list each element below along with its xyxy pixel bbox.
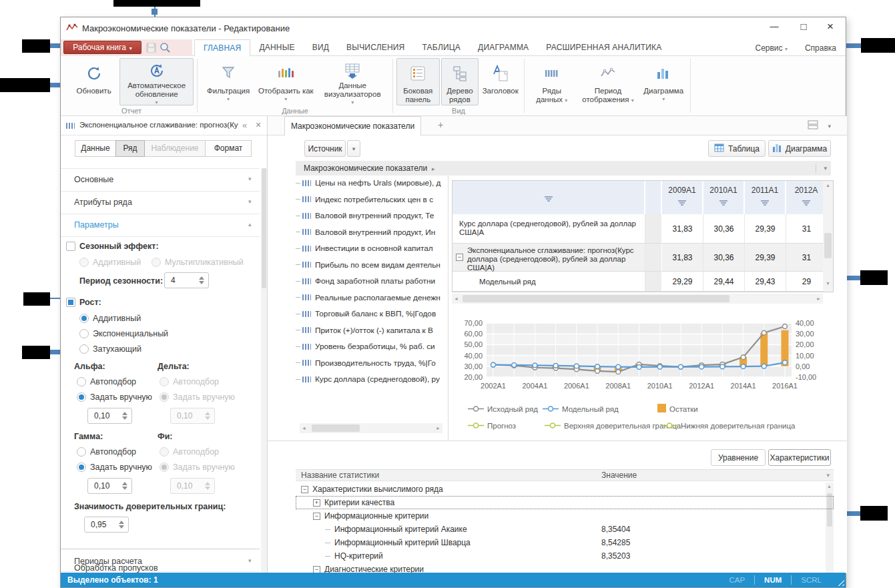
ribbon-tab-4[interactable]: ВЫЧИСЛЕНИЯ [338,39,413,56]
tab-data[interactable]: Данные [75,140,116,157]
panel-close-icon[interactable]: × [256,119,261,130]
ribbon-tab-7[interactable]: РАСШИРЕННАЯ АНАЛИТИКА [537,39,670,56]
table-row-name[interactable]: Курс доллара (среднегодовой), рублей за … [453,214,645,244]
series-item[interactable]: Производительность труда, %|Го [296,356,436,370]
auto-refresh-button[interactable]: Автоматическое обновление ▾ [119,58,194,105]
legend-item[interactable]: Исходный ряд [468,403,538,415]
tab-series[interactable]: Ряд [115,140,145,157]
spinner-down-icon[interactable] [199,281,204,284]
ribbon-tab-5[interactable]: ТАБЛИЦА [413,39,469,56]
section-main[interactable]: Основные [74,175,113,184]
spinner-up-icon[interactable] [119,521,124,524]
stats-row[interactable]: +Критерии качества [296,496,834,509]
maximize-button[interactable]: □ [794,19,814,35]
source-button[interactable]: Источник [304,140,346,157]
side-panel-button[interactable]: Боковая панель [396,58,440,105]
table-cell[interactable]: 31 [786,244,824,272]
spinner-down-icon[interactable] [119,525,124,529]
stats-row[interactable]: Информационный критерий Акаике8,35404 [296,523,834,536]
preview-icon[interactable] [160,42,171,56]
filter-funnel-icon[interactable] [545,196,553,202]
expander-plus-icon[interactable]: + [313,499,320,507]
growth-exponential-radio[interactable] [79,329,89,338]
table-row-name[interactable]: Экспоненциальное сглаживание: прогноз(Ку… [453,244,645,272]
series-item[interactable]: Приток (+)/отток (-) капитала к В [296,323,433,338]
characteristics-button[interactable]: Характеристики [768,449,831,466]
gamma-auto-radio[interactable] [77,447,86,457]
legend-item[interactable]: Прогноз [468,420,516,432]
table-cell[interactable]: 29,29 [662,272,703,292]
stats-row[interactable]: HQ-критерий8,35203 [296,549,834,563]
spinner-down-icon[interactable] [122,416,127,420]
layout-icon[interactable] [808,120,818,132]
table-cell[interactable]: 30,36 [703,214,745,244]
ribbon-tab-2[interactable]: ДАННЫЕ [250,39,303,56]
document-tab[interactable]: Макроэкономические показатели [284,116,421,135]
section-series-attrs[interactable]: Атрибуты ряда [74,198,132,207]
growth-additive-radio[interactable] [79,314,89,323]
spinner-up-icon[interactable] [122,412,127,415]
series-tree-hscrollbar[interactable]: ◄ ► [300,423,442,433]
expander-minus-icon[interactable]: − [313,513,320,520]
series-item[interactable]: Валовой внутренний продукт, Ин [296,225,435,240]
filter-funnel-icon[interactable] [802,200,810,206]
data-series-button[interactable]: Ряды данных ▾ [528,58,576,105]
side-panel-scrollbar[interactable] [261,168,267,573]
table-cell[interactable]: 29,44 [703,272,745,292]
section-params[interactable]: Параметры [74,220,119,230]
table-cell[interactable]: 30,36 [703,244,745,272]
series-item[interactable]: Индекс потребительских цен в с [296,192,433,207]
filter-funnel-icon[interactable] [719,200,727,206]
spinner-down-icon[interactable] [122,487,127,490]
chevron-down-icon[interactable]: ▾ [826,472,830,479]
series-tree-button[interactable]: Дерево рядов [441,58,479,105]
display-as-button[interactable]: Отобразить как ▾ [257,58,314,105]
legend-item[interactable]: Нижняя доверительная граница [661,420,796,432]
table-column-header[interactable]: 2012A [786,181,824,214]
series-item[interactable]: Инвестиции в основной капитал [296,241,433,256]
gamma-manual-radio[interactable] [77,463,86,472]
legend-item[interactable]: Верхняя доверительная граница [545,420,681,432]
close-button[interactable]: × [820,19,840,35]
seasonal-checkbox[interactable] [66,242,75,251]
filter-funnel-icon[interactable] [678,200,686,206]
section-gaps[interactable]: Обработка пропусков [74,563,158,573]
table-column-header[interactable]: 2010A1 [703,181,745,214]
gamma-stepper[interactable]: 0,10 [87,478,132,494]
expander-minus-icon[interactable]: − [313,566,320,573]
alpha-auto-radio[interactable] [77,377,86,386]
equation-button[interactable]: Уравнение [711,449,766,466]
save-icon[interactable] [146,43,156,55]
table-cell[interactable]: 29,43 [745,272,786,292]
alpha-stepper[interactable]: 0,10 [87,408,132,424]
spinner-up-icon[interactable] [122,482,127,485]
series-item[interactable]: Уровень безработицы, % раб. си [296,339,435,354]
resize-grip[interactable] [836,577,844,586]
growth-damped-radio[interactable] [79,344,89,354]
breadcrumb-label[interactable]: Макроэкономические показатели ▸ [304,164,434,173]
alpha-manual-radio[interactable] [77,392,86,402]
season-period-stepper[interactable]: 4 [164,272,209,288]
table-cell[interactable]: 29 [786,272,824,292]
chevron-down-icon[interactable]: ▾ [828,123,831,129]
new-tab-button[interactable]: + [433,119,448,133]
table-vscrollbar[interactable]: ▲ ▼ [823,181,833,292]
expander-minus-icon[interactable]: − [301,486,308,493]
table-column-header[interactable]: 2011A1 [745,181,786,214]
series-item[interactable]: Цены на нефть Urals (мировые), д [296,176,441,190]
table-cell[interactable]: 31 [786,214,824,244]
series-item[interactable]: Прибыль по всем видам деятельн [296,258,440,272]
scroll-left-icon[interactable]: ◄ [302,426,306,430]
source-dropdown-button[interactable]: ▾ [347,140,360,157]
chevron-down-icon[interactable]: ▾ [824,165,827,172]
stats-row[interactable]: −Информационные критерии [296,509,834,523]
minimize-button[interactable]: — [764,19,784,35]
table-cell[interactable]: 31,83 [662,214,703,244]
expander-minus-icon[interactable]: − [456,254,463,261]
stats-row[interactable]: Информационный критерий Шварца8,54285 [296,536,834,549]
ribbon-tab-1[interactable]: ГЛАВНАЯ [194,39,250,57]
ribbon-tab-6[interactable]: ДИАГРАММА [469,39,537,56]
scroll-left-icon[interactable]: ◄ [454,296,459,301]
table-hscrollbar[interactable]: ◄ ► [452,294,823,304]
series-item[interactable]: Курс доллара (среднегодовой), ру [296,372,440,386]
